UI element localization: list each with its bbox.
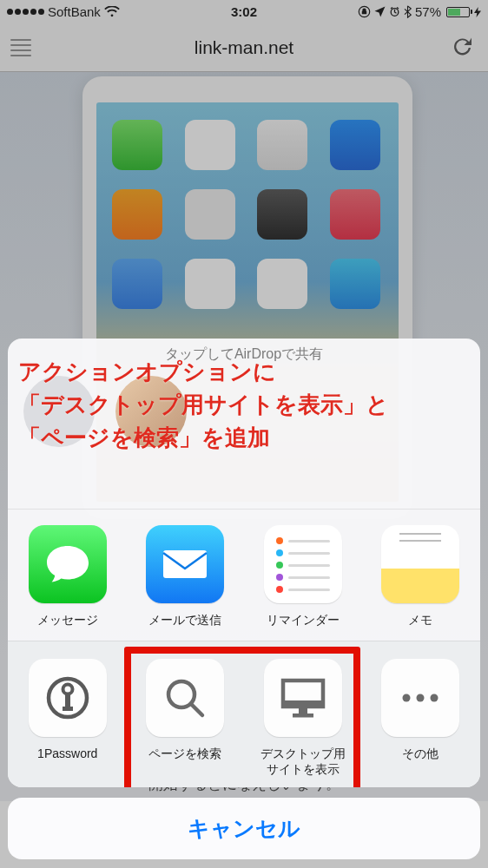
share-app-messages[interactable]: メッセージ (20, 525, 115, 628)
svg-rect-14 (293, 713, 313, 718)
reminders-icon (264, 525, 342, 603)
action-find-on-page[interactable]: ページを検索 (138, 659, 234, 777)
svg-rect-2 (163, 550, 207, 578)
share-app-mail[interactable]: メールで送信 (138, 525, 234, 628)
action-label: デスクトップ用サイトを表示 (255, 746, 351, 777)
share-sheet: タップしてAirDropで共有 アクションオプションに 「デスクトップ用サイトを… (8, 339, 480, 859)
cancel-label: キャンセル (188, 816, 300, 840)
action-more[interactable]: その他 (373, 659, 469, 777)
action-desktop-site[interactable]: デスクトップ用サイトを表示 (255, 659, 351, 777)
app-label: リマインダー (255, 612, 351, 628)
annotation-line: アクションオプションに (18, 356, 470, 389)
svg-point-17 (431, 694, 439, 701)
app-label: メッセージ (20, 612, 115, 628)
more-icon (381, 659, 459, 737)
cancel-button[interactable]: キャンセル (8, 798, 480, 859)
svg-point-15 (403, 694, 411, 701)
notes-icon (381, 525, 459, 603)
share-app-notes[interactable]: メモ (373, 525, 469, 628)
share-actions-row[interactable]: 1Password ページを検索 デスクトップ用サイトを表示 (8, 641, 480, 787)
svg-rect-8 (63, 707, 73, 711)
search-icon (146, 659, 224, 737)
svg-point-16 (417, 694, 425, 701)
desktop-icon (264, 659, 342, 737)
action-label: その他 (373, 746, 469, 761)
mail-icon (146, 525, 224, 603)
annotation-line: 「デスクトップ用サイトを表示」と (18, 389, 470, 422)
onepassword-icon (29, 659, 107, 737)
share-app-reminders[interactable]: リマインダー (255, 525, 351, 628)
svg-line-10 (191, 704, 202, 715)
svg-rect-12 (283, 700, 323, 707)
annotation-overlay: アクションオプションに 「デスクトップ用サイトを表示」と 「ページを検索」を追加 (18, 356, 470, 454)
svg-point-6 (63, 684, 72, 694)
action-label: ページを検索 (138, 746, 234, 761)
app-label: メールで送信 (138, 612, 234, 628)
svg-rect-13 (299, 707, 307, 713)
annotation-line: 「ページを検索」を追加 (18, 422, 470, 455)
app-label: メモ (373, 612, 469, 628)
share-apps-row[interactable]: メッセージ メールで送信 リマインダー (8, 509, 480, 640)
messages-icon (29, 525, 107, 603)
action-label: 1Password (20, 746, 115, 761)
airdrop-section: タップしてAirDropで共有 アクションオプションに 「デスクトップ用サイトを… (8, 339, 480, 509)
action-1password[interactable]: 1Password (20, 659, 115, 777)
